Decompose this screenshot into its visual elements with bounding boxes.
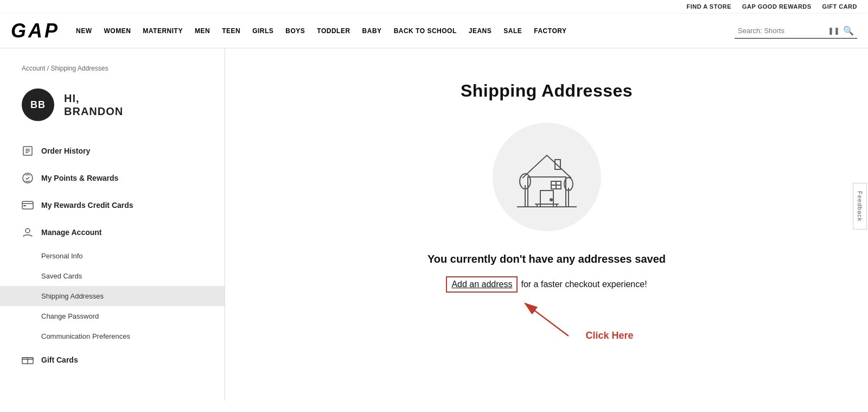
utility-bar: FIND A STORE GAP GOOD REWARDS GIFT CARD — [0, 0, 868, 14]
click-here-annotation: Click Here — [585, 330, 633, 341]
sidebar-sub-menu: Personal Info Saved Cards Shipping Addre… — [0, 246, 225, 346]
pause-icon: ❚❚ — [828, 27, 840, 35]
nav-baby[interactable]: BABY — [362, 27, 382, 35]
sidebar-item-manage-account[interactable]: Manage Account — [0, 219, 225, 246]
points-rewards-icon — [22, 172, 34, 184]
nav-girls[interactable]: GIRLS — [252, 27, 273, 35]
greeting-text: HI, BRANDON — [64, 92, 123, 118]
search-input[interactable] — [738, 27, 825, 35]
nav-sale[interactable]: SALE — [503, 27, 522, 35]
house-illustration — [493, 123, 601, 231]
add-address-suffix: for a faster checkout experience! — [521, 280, 647, 289]
nav-men[interactable]: MEN — [195, 27, 210, 35]
annotation-area: Click Here — [460, 298, 634, 341]
avatar: BB — [22, 88, 54, 121]
sidebar-label-my-rewards-credit-cards: My Rewards Credit Cards — [41, 201, 133, 210]
gap-logo[interactable]: GAP — [11, 20, 60, 42]
breadcrumb-current: Shipping Addresses — [50, 65, 108, 72]
sidebar-item-my-rewards-credit-cards[interactable]: My Rewards Credit Cards — [0, 192, 225, 219]
page-title: Shipping Addresses — [461, 81, 633, 101]
sidebar-sub-change-password[interactable]: Change Password — [0, 306, 225, 326]
credit-card-icon — [22, 199, 34, 211]
breadcrumb-separator: / — [45, 65, 50, 72]
breadcrumb-account[interactable]: Account — [22, 65, 45, 72]
sidebar-label-manage-account: Manage Account — [41, 228, 102, 237]
svg-point-10 — [25, 229, 30, 233]
nav-back-to-school[interactable]: BACK TO SCHOOL — [394, 27, 457, 35]
add-address-row: Add an address for a faster checkout exp… — [446, 276, 647, 293]
feedback-tab[interactable]: Feedback — [853, 182, 867, 229]
sidebar-sub-communication-preferences[interactable]: Communication Preferences — [0, 326, 225, 346]
greeting-name: BRANDON — [64, 105, 123, 118]
find-store-link[interactable]: FIND A STORE — [686, 3, 731, 10]
nav-factory[interactable]: FACTORY — [534, 27, 566, 35]
sidebar-item-order-history[interactable]: Order History — [0, 137, 225, 164]
main-nav: NEW WOMEN MATERNITY MEN TEEN GIRLS BOYS … — [76, 27, 735, 35]
content-area: Account / Shipping Addresses BB HI, BRAN… — [0, 48, 868, 401]
nav-jeans[interactable]: JEANS — [469, 27, 492, 35]
main-header: GAP NEW WOMEN MATERNITY MEN TEEN GIRLS B… — [0, 14, 868, 48]
greeting-hi: HI, — [64, 92, 123, 105]
sidebar-item-gift-cards[interactable]: Gift Cards — [0, 346, 225, 373]
nav-teen[interactable]: TEEN — [222, 27, 240, 35]
main-content: Shipping Addresses — [225, 48, 868, 401]
sidebar-menu-bottom: Gift Cards — [0, 346, 225, 373]
sidebar-sub-shipping-addresses[interactable]: Shipping Addresses — [0, 286, 225, 306]
search-area: ❚❚ 🔍 — [735, 23, 857, 39]
sidebar: Account / Shipping Addresses BB HI, BRAN… — [0, 48, 225, 401]
manage-account-icon — [22, 226, 34, 238]
order-history-icon — [22, 145, 34, 157]
nav-boys[interactable]: BOYS — [285, 27, 305, 35]
nav-toddler[interactable]: TODDLER — [317, 27, 350, 35]
empty-state-text: You currently don't have any addresses s… — [427, 253, 666, 265]
gift-card-link[interactable]: GIFT CARD — [822, 3, 857, 10]
nav-new[interactable]: NEW — [76, 27, 92, 35]
sidebar-sub-saved-cards[interactable]: Saved Cards — [0, 266, 225, 286]
sidebar-item-my-points-rewards[interactable]: My Points & Rewards — [0, 164, 225, 192]
gap-good-rewards-link[interactable]: GAP GOOD REWARDS — [742, 3, 812, 10]
add-address-link[interactable]: Add an address — [446, 276, 518, 293]
gift-cards-icon — [22, 354, 34, 366]
sidebar-sub-personal-info[interactable]: Personal Info — [0, 246, 225, 266]
user-greeting: BB HI, BRANDON — [0, 83, 225, 137]
nav-maternity[interactable]: MATERNITY — [143, 27, 183, 35]
search-button[interactable]: 🔍 — [843, 26, 854, 36]
sidebar-menu: Order History My Points & Rewards — [0, 137, 225, 246]
svg-rect-9 — [23, 205, 26, 206]
nav-women[interactable]: WOMEN — [104, 27, 131, 35]
sidebar-label-order-history: Order History — [41, 147, 90, 155]
sidebar-label-gift-cards: Gift Cards — [41, 356, 78, 364]
breadcrumb: Account / Shipping Addresses — [0, 65, 225, 83]
sidebar-label-my-points-rewards: My Points & Rewards — [41, 174, 118, 182]
svg-point-16 — [550, 199, 552, 201]
